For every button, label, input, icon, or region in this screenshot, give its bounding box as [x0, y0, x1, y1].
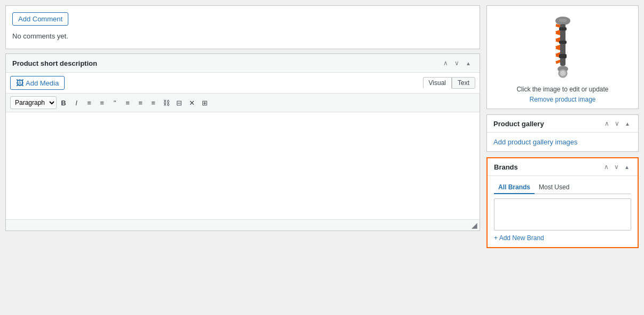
brands-toggle-button[interactable]: [623, 163, 631, 171]
editor-top-bar: 🖼 Add Media Visual Text: [6, 73, 480, 94]
product-image-panel: Click the image to edit or update Remove…: [486, 5, 639, 109]
tab-visual[interactable]: Visual: [423, 77, 452, 89]
more-button[interactable]: ⊟: [173, 98, 185, 107]
add-media-label: Add Media: [26, 79, 59, 87]
add-new-brand-link[interactable]: + Add New Brand: [494, 234, 544, 242]
italic-button[interactable]: I: [70, 98, 82, 107]
format-toolbar: Paragraph B I ≡ ≡ " ≡ ≡ ≡ ⛓ ⊟ ✕ ⊞: [6, 94, 480, 112]
svg-rect-1: [559, 19, 567, 22]
add-media-icon: 🖼: [16, 79, 23, 87]
svg-rect-3: [559, 27, 567, 30]
svg-rect-5: [559, 54, 567, 58]
short-description-section: Product short description 🖼 Add Media Vi…: [5, 53, 480, 231]
left-column: Add Comment No comments yet. Product sho…: [5, 5, 480, 310]
gallery-down-button[interactable]: [613, 119, 621, 128]
collapse-up-button[interactable]: [441, 58, 450, 68]
tab-text[interactable]: Text: [452, 77, 475, 89]
toggle-button[interactable]: [464, 58, 473, 68]
blockquote-button[interactable]: ": [109, 98, 121, 107]
ul-button[interactable]: ≡: [83, 98, 95, 107]
visual-text-tabs: Visual Text: [423, 77, 475, 89]
no-comments-text: No comments yet.: [12, 30, 473, 42]
brands-up-button[interactable]: [602, 163, 610, 171]
paragraph-select[interactable]: Paragraph: [10, 96, 57, 109]
gallery-panel-body: Add product gallery images: [487, 133, 638, 151]
add-gallery-images-link[interactable]: Add product gallery images: [493, 138, 578, 146]
svg-point-8: [560, 71, 566, 76]
image-hint-text: Click the image to edit or update: [492, 86, 633, 93]
brands-panel: Brands All Brands Most Used + Add New Br…: [486, 157, 639, 248]
add-media-button[interactable]: 🖼 Add Media: [10, 76, 65, 90]
short-description-header: Product short description: [6, 54, 480, 73]
brands-down-button[interactable]: [612, 163, 621, 171]
brands-tab-all[interactable]: All Brands: [494, 181, 535, 194]
product-image-container: Click the image to edit or update Remove…: [487, 6, 638, 109]
short-description-title: Product short description: [12, 59, 97, 67]
editor-content-area[interactable]: [6, 112, 480, 219]
brands-panel-controls: [602, 163, 631, 171]
resize-handle[interactable]: ◢: [472, 221, 477, 229]
ol-button[interactable]: ≡: [96, 98, 108, 107]
brands-list-box: [494, 198, 631, 231]
product-gallery-panel: Product gallery Add product gallery imag…: [486, 114, 639, 152]
gallery-panel-controls: [603, 119, 632, 128]
gallery-panel-header: Product gallery: [487, 115, 638, 133]
align-right-button[interactable]: ≡: [147, 98, 159, 107]
link-button[interactable]: ⛓: [160, 98, 172, 107]
product-image[interactable]: [528, 11, 598, 81]
align-center-button[interactable]: ≡: [135, 98, 146, 107]
brands-tab-most-used[interactable]: Most Used: [535, 181, 574, 194]
gallery-panel-title: Product gallery: [493, 120, 544, 128]
remove-product-image-link[interactable]: Remove product image: [529, 96, 595, 103]
right-column: Click the image to edit or update Remove…: [486, 5, 639, 310]
table-button[interactable]: ⊞: [199, 98, 210, 107]
brands-panel-header: Brands: [488, 158, 638, 176]
section-controls: [441, 58, 473, 68]
svg-rect-4: [559, 41, 567, 44]
gallery-up-button[interactable]: [603, 119, 611, 128]
bold-button[interactable]: B: [58, 98, 69, 107]
editor-resize-bar: ◢: [6, 219, 480, 231]
collapse-down-button[interactable]: [452, 58, 461, 68]
gallery-toggle-button[interactable]: [623, 119, 632, 128]
comments-section: Add Comment No comments yet.: [5, 5, 480, 49]
brands-panel-body: All Brands Most Used + Add New Brand: [488, 176, 638, 247]
add-comment-button[interactable]: Add Comment: [12, 12, 68, 26]
fullscreen-button[interactable]: ✕: [186, 98, 198, 107]
brands-panel-title: Brands: [494, 163, 518, 171]
align-left-button[interactable]: ≡: [122, 98, 133, 107]
brands-tabs: All Brands Most Used: [494, 181, 631, 194]
